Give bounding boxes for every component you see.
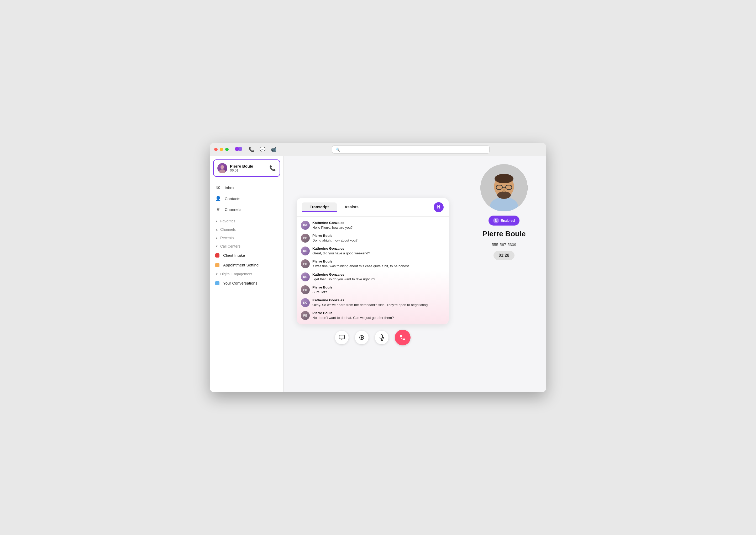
call-time: 06:01 [230,168,267,172]
message-text: I get that. So do you want to dive right… [312,277,445,282]
avatar: KG [301,246,310,255]
message-text: Great, did you have a good weekend? [312,251,445,256]
sidebar-item-label: Channels [225,207,241,211]
message-content: Pierre Boule Doing alright, how about yo… [312,234,445,243]
color-indicator [215,263,220,267]
sidebar-item-label: Appointment Setting [223,263,258,267]
svg-point-6 [361,337,363,338]
right-panel: N Enabled Pierre Boule 555-567-5309 01:2… [462,156,546,392]
avatar [217,163,227,173]
section-favorites[interactable]: ▲ Favorites [210,217,283,225]
chevron-up-icon: ▲ [215,219,218,223]
contact-name: Pierre Boule [482,230,526,238]
message-row: KG Katherine Gonzales Hello Pierre, how … [301,221,445,230]
message-row: KG Katherine Gonzales Okay. So we've hea… [301,298,445,307]
section-label: Channels [220,227,236,232]
call-duration: 01:28 [494,251,515,260]
avatar: PB [301,311,310,320]
nav-section: ✉ Inbox 👤 Contacts # Channels [210,180,283,217]
svg-point-1 [238,147,242,151]
message-content: Katherine Gonzales Hello Pierre, how are… [312,221,445,230]
message-icon[interactable]: 💬 [259,147,265,153]
message-sender: Pierre Boule [312,234,445,238]
sidebar-item-label: Your Conversations [223,281,257,285]
message-text: No, I don't want to do that. Can we just… [312,316,445,320]
message-content: Pierre Boule Sure, let's [312,285,445,295]
mute-button[interactable] [375,331,388,344]
svg-point-10 [495,174,513,183]
section-label: Favorites [220,219,235,223]
channels-icon: # [215,207,221,212]
minimize-button[interactable] [220,148,223,151]
message-sender: Pierre Boule [312,259,445,263]
title-bar-icons: 📞 💬 📹 [249,147,276,153]
message-text: It was fine, was thinking about this cas… [312,264,445,268]
maximize-button[interactable] [225,148,228,151]
sidebar-item-appointment-setting[interactable]: Appointment Setting [210,260,283,270]
chevron-down-icon: ▼ [215,272,218,276]
center-panel: Transcript Assists N KG [284,156,462,392]
message-text: Hello Pierre, how are you? [312,225,445,230]
transcript-header: Transcript Assists N [297,198,449,217]
message-sender: Katherine Gonzales [312,298,445,302]
sidebar-item-contacts[interactable]: 👤 Contacts [210,193,283,204]
svg-point-3 [219,169,226,173]
sidebar: Pierre Boule 06:01 📞 ✉ Inbox 👤 Contacts … [210,156,284,392]
svg-point-15 [503,188,505,192]
message-sender: Katherine Gonzales [312,246,445,250]
message-content: Katherine Gonzales Great, did you have a… [312,246,445,256]
avatar: KG [301,272,310,281]
sidebar-item-label: Inbox [225,185,234,190]
svg-point-14 [497,191,511,199]
tab-transcript[interactable]: Transcript [302,203,337,211]
chevron-down-icon: ▼ [215,245,218,248]
hangup-button[interactable] [395,330,410,345]
close-button[interactable] [214,148,218,151]
section-digital-engagement[interactable]: ▼ Digital Engagement [210,270,283,278]
title-bar: 📞 💬 📹 🔍 [210,143,546,156]
message-sender: Pierre Boule [312,311,445,315]
phone-icon[interactable]: 📞 [249,147,254,153]
message-sender: Pierre Boule [312,285,445,289]
section-recents[interactable]: ▲ Recents [210,234,283,242]
caller-name: Pierre Boule [230,164,267,168]
message-row: KG Katherine Gonzales Great, did you hav… [301,246,445,256]
avatar: PB [301,234,310,242]
message-sender: Katherine Gonzales [312,272,445,276]
section-label: Digital Engagement [220,272,252,276]
search-icon: 🔍 [336,147,340,152]
video-icon[interactable]: 📹 [271,147,276,153]
inbox-icon: ✉ [215,184,221,190]
sidebar-item-inbox[interactable]: ✉ Inbox [210,182,283,193]
ai-n-icon: N [493,218,499,223]
call-end-icon[interactable]: 📞 [269,165,276,171]
message-text: Sure, let's [312,290,445,295]
avatar: PB [301,259,310,268]
avatar: KG [301,221,310,230]
search-bar[interactable]: 🔍 [332,145,490,154]
section-label: Recents [220,236,234,240]
avatar: KG [301,298,310,307]
app-window: 📞 💬 📹 🔍 Pierre Boule 06:01 [210,143,546,392]
transfer-button[interactable] [335,331,348,344]
sidebar-item-your-conversations[interactable]: Your Conversations [210,278,283,288]
chevron-up-icon: ▲ [215,228,218,231]
section-label: Call Centers [220,244,240,248]
ai-enabled-badge[interactable]: N Enabled [489,215,520,226]
ai-badge[interactable]: N [434,202,444,212]
avatar: PB [301,285,310,294]
main-layout: Pierre Boule 06:01 📞 ✉ Inbox 👤 Contacts … [210,156,546,392]
active-call-item[interactable]: Pierre Boule 06:01 📞 [213,159,280,177]
svg-rect-4 [339,335,345,339]
ai-icon: N [437,205,440,210]
record-button[interactable] [355,331,369,344]
caller-info: Pierre Boule 06:01 [230,164,267,172]
tab-assists[interactable]: Assists [337,203,366,211]
message-content: Pierre Boule It was fine, was thinking a… [312,259,445,268]
sidebar-item-channels[interactable]: # Channels [210,204,283,215]
section-channels[interactable]: ▲ Channels [210,225,283,234]
sidebar-item-client-intake[interactable]: Client Intake [210,250,283,260]
contact-phone: 555-567-5309 [492,242,516,247]
section-call-centers[interactable]: ▼ Call Centers [210,242,283,250]
tab-group: Transcript Assists [302,203,434,211]
